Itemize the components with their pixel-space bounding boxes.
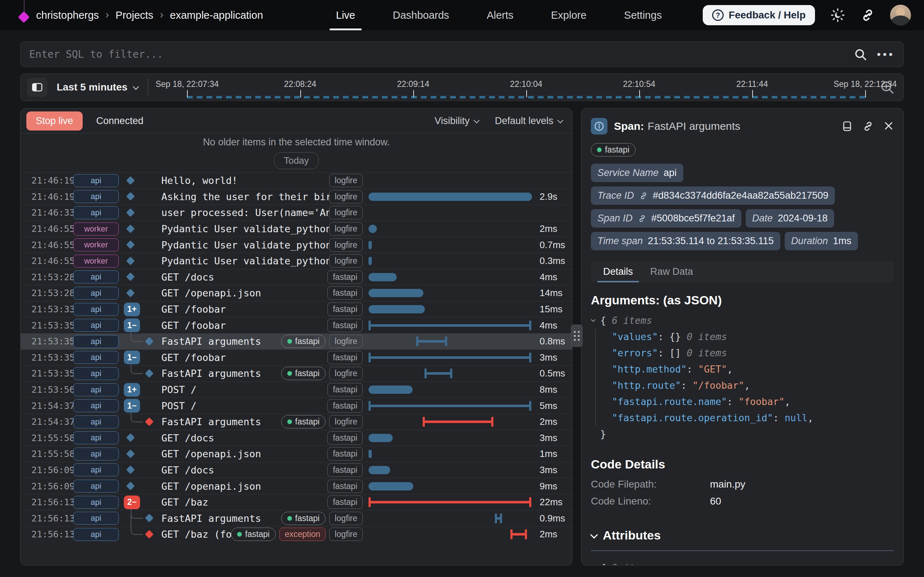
- more-options-icon[interactable]: •••: [877, 48, 895, 61]
- tab-details[interactable]: Details: [600, 261, 636, 282]
- breadcrumb-org[interactable]: christophergs: [36, 10, 99, 21]
- timeline-tick-label: Sep 18, 22:12:34: [834, 79, 897, 89]
- nav-tab-alerts[interactable]: Alerts: [484, 0, 516, 30]
- chevron-right-icon: ›: [105, 8, 109, 21]
- panel-resize-handle[interactable]: [571, 324, 583, 347]
- stop-live-button[interactable]: Stop live: [26, 111, 82, 131]
- theme-toggle-icon[interactable]: [830, 8, 845, 23]
- default-levels-dropdown[interactable]: Default levels: [495, 115, 562, 127]
- nav-tab-live[interactable]: Live: [333, 0, 358, 30]
- row-tree: [124, 446, 162, 462]
- row-tree: [124, 285, 162, 301]
- trace-row[interactable]: 21:56:13api2−GET /bazfastapi22ms: [21, 494, 572, 510]
- duration-label: 9ms: [535, 481, 572, 492]
- timeline-tick-mark: [752, 90, 753, 97]
- today-button[interactable]: Today: [274, 152, 318, 169]
- trace-row[interactable]: 21:46:19apiHello, world!logfire: [21, 172, 572, 189]
- trace-row[interactable]: 21:46:33apiuser processed: User(name='An…: [21, 205, 572, 221]
- collapse-chevron-icon[interactable]: [591, 565, 596, 565]
- nav-tab-settings[interactable]: Settings: [621, 0, 665, 30]
- nest-toggle[interactable]: 1−: [124, 351, 140, 364]
- trace-row[interactable]: 21:53:35api1−GET /foobarfastapi4ms: [21, 317, 572, 333]
- row-time: 21:53:28: [21, 288, 67, 298]
- row-tags: logfire: [329, 174, 363, 187]
- open-card-icon[interactable]: [842, 121, 853, 132]
- nav-tab-dashboards[interactable]: Dashboards: [390, 0, 452, 30]
- row-tags: fastapi: [327, 495, 363, 509]
- sql-filter-input[interactable]: [29, 48, 854, 60]
- row-bar-zone: [368, 510, 535, 526]
- row-message: GET /foobar: [162, 304, 327, 315]
- green-dot-icon: [287, 516, 292, 521]
- row-bar-zone: [368, 430, 535, 446]
- attributes-json-tree: { 9 items"code.filepath": "main.py","cod…: [591, 560, 894, 565]
- trace-row[interactable]: 21:56:09apiGET /openapi.jsonfastapi9ms: [21, 478, 572, 494]
- json-line: "errors": [] 0 items: [595, 345, 894, 361]
- trace-row[interactable]: 21:54:37api1−POST /fastapi5ms: [21, 397, 572, 414]
- row-time: 21:55:58: [21, 433, 67, 443]
- trace-row[interactable]: 21:53:28apiGET /openapi.jsonfastapi14ms: [21, 285, 572, 301]
- row-message: POST /: [162, 384, 327, 395]
- row-bar-zone: [368, 398, 535, 414]
- row-message: FastAPI arguments: [162, 336, 281, 347]
- trace-row[interactable]: 21:46:55workerPydantic User validate_pyt…: [21, 237, 572, 253]
- trace-row[interactable]: 21:55:58apiGET /openapi.jsonfastapi1ms: [21, 446, 572, 462]
- collapse-chevron-icon[interactable]: [591, 318, 596, 322]
- span-duration-bar: [368, 382, 412, 398]
- trace-row[interactable]: 21:46:55workerPydantic User validate_pyt…: [21, 221, 572, 237]
- feedback-help-button[interactable]: ? Feedback / Help: [703, 5, 815, 25]
- visibility-dropdown[interactable]: Visibility: [435, 115, 478, 127]
- breadcrumb-projects[interactable]: Projects: [115, 10, 153, 21]
- nest-toggle[interactable]: 1+: [124, 303, 140, 316]
- sidebar-toggle-button[interactable]: [27, 77, 47, 97]
- span-duration-bar: [368, 269, 397, 285]
- service-badge-api: api: [73, 448, 119, 461]
- close-icon[interactable]: [883, 121, 894, 132]
- copy-link-icon[interactable]: [862, 121, 874, 132]
- timeline-tick-mark: [639, 90, 640, 97]
- trace-row[interactable]: 21:53:35api1−GET /foobarfastapi3ms: [21, 350, 572, 366]
- nest-toggle[interactable]: 1−: [124, 318, 140, 332]
- tab-raw-data[interactable]: Raw Data: [648, 261, 696, 282]
- trace-row[interactable]: 21:53:35apiFastAPI argumentsfastapilogfi…: [21, 333, 572, 350]
- trace-row[interactable]: 21:56:09apiGET /docsfastapi3ms: [21, 462, 572, 478]
- trace-row[interactable]: 21:53:56api1+POST /fastapi8ms: [21, 382, 572, 398]
- trace-row[interactable]: 21:56:13apiGET /baz (foobar)fastapiexcep…: [21, 526, 572, 542]
- tree-elbow: [131, 526, 143, 535]
- row-tree: [124, 510, 162, 526]
- chip-value: 21:53:35.114 to 21:53:35.115: [648, 235, 774, 247]
- timeline-tick-label: 22:10:04: [510, 79, 543, 89]
- trace-row[interactable]: 21:56:13apiFastAPI argumentsfastapilogfi…: [21, 510, 572, 526]
- row-bar-zone: [368, 414, 535, 430]
- app-header: christophergs › Projects › example-appli…: [0, 0, 924, 30]
- nest-toggle[interactable]: 1+: [124, 383, 140, 397]
- row-time: 21:46:55: [21, 240, 67, 250]
- timeline-ruler[interactable]: Sep 18, 22:07:3422:08:2422:09:1422:10:04…: [151, 74, 872, 101]
- row-tree: [124, 269, 162, 285]
- service-tag-fastapi[interactable]: fastapi: [591, 143, 636, 156]
- span-diamond-icon: [126, 288, 135, 297]
- attributes-toggle[interactable]: Attributes: [591, 528, 894, 542]
- row-time: 21:55:58: [21, 449, 67, 459]
- trace-row[interactable]: 21:54:37apiFastAPI argumentsfastapilogfi…: [21, 414, 572, 430]
- nest-toggle[interactable]: 2−: [124, 495, 140, 509]
- share-link-icon[interactable]: [861, 8, 875, 23]
- nav-tab-explore[interactable]: Explore: [548, 0, 590, 30]
- chip-trace-id[interactable]: Trace ID#d834c3374dd6fa2e4aa82a55ab21750…: [591, 187, 835, 205]
- time-range-select[interactable]: Last 5 minutes: [57, 82, 137, 93]
- trace-row[interactable]: 21:53:33api1+GET /foobarfastapi15ms: [21, 301, 572, 318]
- chip-span-id[interactable]: Span ID#5008bce5f7fe21af: [591, 209, 741, 227]
- trace-row[interactable]: 21:53:28apiGET /docsfastapi4ms: [21, 269, 572, 285]
- trace-row[interactable]: 21:46:55workerPydantic User validate_pyt…: [21, 253, 572, 269]
- breadcrumb-project[interactable]: example-application: [170, 10, 263, 21]
- trace-row-list: 21:46:19apiHello, world!logfire21:46:19a…: [21, 172, 572, 565]
- trace-row[interactable]: 21:46:19apiAsking the user for their bir…: [21, 189, 572, 205]
- trace-row[interactable]: 21:55:58apiGET /docsfastapi3ms: [21, 430, 572, 446]
- row-tree: [124, 366, 162, 382]
- arguments-heading: Arguments: (as JSON): [591, 293, 894, 307]
- chip-value: 2024-09-18: [778, 213, 828, 224]
- search-icon[interactable]: [854, 48, 867, 61]
- user-avatar[interactable]: [890, 5, 911, 26]
- nest-toggle[interactable]: 1−: [124, 399, 140, 413]
- trace-row[interactable]: 21:53:35apiFastAPI argumentsfastapilogfi…: [21, 365, 572, 382]
